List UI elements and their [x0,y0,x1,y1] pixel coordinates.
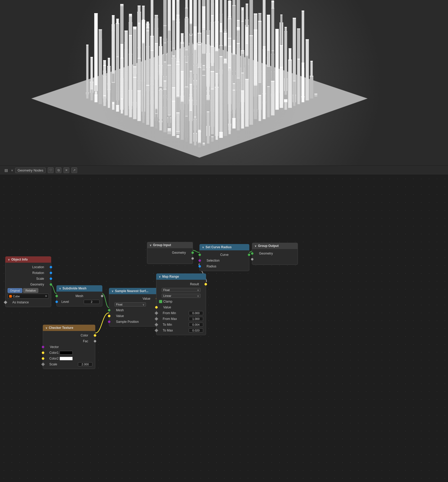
node-row-value-in: Value [109,313,157,319]
socket-radius-scr[interactable] [198,265,201,268]
label-color-out: Color [46,334,92,337]
pin-btn[interactable]: ↗ [71,167,77,173]
node-row-color-out: Color [43,333,95,338]
socket-curve-out[interactable] [248,253,250,256]
collapse-arrow-maprange[interactable]: ∨ [159,275,161,278]
input-to-max[interactable] [189,328,203,333]
label-from-min: From Min [159,311,176,315]
node-set-curve-radius[interactable]: ∨ Set Curve Radius Curve Selection Radiu… [199,244,249,271]
socket-scale-checker[interactable] [41,362,45,366]
input-from-min[interactable] [189,311,203,315]
node-row-selection-scr: Selection [200,258,249,263]
node-row-float-mr: Float ∨ [156,287,206,293]
node-row-mesh-out: Mesh [57,293,102,299]
socket-level[interactable] [55,300,58,303]
input-to-min[interactable] [189,323,203,327]
btn-relative[interactable]: Relative [23,288,38,293]
socket-extra-in[interactable] [191,257,194,260]
socket-mesh-out[interactable] [101,295,103,297]
input-level[interactable] [84,300,99,304]
dropdown-float-mr[interactable]: Float ∨ [162,288,201,292]
collapse-arrow-groupin[interactable]: ∨ [150,244,151,247]
3d-viewport[interactable] [0,0,448,165]
workspace-dropdown[interactable]: Geometry Nodes [15,168,46,173]
dropdown-float[interactable]: Float ∨ [114,302,146,307]
socket-sample-pos[interactable] [108,320,110,323]
socket-result-out[interactable] [204,283,207,286]
label-scale-checker: Scale [46,362,57,366]
obj-clear-btn[interactable]: ✕ [45,294,47,298]
node-row-clamp: Clamp [156,299,206,304]
close-btn[interactable]: ✕ [64,167,69,173]
node-row-float-dropdown: Float ∨ [109,302,157,307]
collapse-arrow[interactable]: ∨ [8,258,10,261]
socket-extra-go[interactable] [251,258,254,261]
socket-location[interactable] [50,266,52,268]
node-set-curve-radius-header[interactable]: ∨ Set Curve Radius [199,244,249,250]
collapse-arrow-subdivide[interactable]: ∨ [59,287,61,290]
swatch-color2[interactable] [60,357,73,360]
node-subdivide-mesh[interactable]: ∨ Subdivide Mesh Mesh Level [56,285,102,307]
socket-color2-in[interactable] [42,357,44,360]
socket-curve-in[interactable] [198,253,201,256]
mode-icon[interactable]: ▤ [3,167,9,173]
node-map-range[interactable]: ∨ Map Range Result Float ∨ Linear ∨ [156,273,206,335]
node-map-range-title: Map Range [162,275,179,278]
node-group-output-body: Geometry [252,249,298,265]
node-group-output-header[interactable]: ∨ Group Output [252,243,298,249]
socket-to-max[interactable] [155,329,158,332]
node-row-geometry-in: Geometry [147,250,193,256]
collapse-arrow-setcurve[interactable]: ∨ [202,246,204,249]
socket-geometry-in-out[interactable] [191,251,194,254]
node-subdivide-header[interactable]: ∨ Subdivide Mesh [56,285,102,292]
node-row-to-max: To Max [156,328,206,333]
socket-geometry-out[interactable] [50,283,52,286]
collapse-arrow-groupout[interactable]: ∨ [255,245,256,247]
input-from-max[interactable] [189,317,203,321]
node-sample-title: Sample Nearest Surf... [115,289,148,293]
socket-as-instance[interactable] [4,300,7,304]
node-object-info[interactable]: ∨ Object Info Location Rotation Scale Ge… [5,256,51,307]
socket-geometry-go[interactable] [251,252,254,255]
node-set-curve-radius-title: Set Curve Radius [205,245,231,249]
node-group-output[interactable]: ∨ Group Output Geometry [252,243,298,265]
socket-mesh-in[interactable] [55,295,58,297]
checkbox-clamp[interactable] [159,300,162,303]
obj-selector[interactable]: Cube ✕ [8,294,49,299]
label-color2: Color2 [46,357,59,360]
node-sample-header[interactable]: ∨ Sample Nearest Surf... [109,288,157,294]
socket-rotation[interactable] [50,272,52,274]
label-vector-in: Vector [46,345,92,349]
socket-value-in-sample[interactable] [108,315,110,317]
socket-value-mr[interactable] [155,306,158,309]
node-row-mesh-in: Mesh [109,307,157,313]
node-object-info-header[interactable]: ∨ Object Info [5,256,51,263]
socket-mesh-in-sample[interactable] [108,309,110,312]
node-group-input[interactable]: ∨ Group Input Geometry [147,242,193,264]
swatch-color1[interactable] [60,351,73,355]
socket-color1-in[interactable] [42,351,44,354]
node-map-range-header[interactable]: ∨ Map Range [156,273,206,280]
socket-scale[interactable] [50,277,52,280]
copy-btn[interactable]: ⧉ [56,167,61,173]
mode-dropdown-arrow[interactable]: ∨ [11,169,13,172]
node-editor[interactable]: ∨ Object Info Location Rotation Scale Ge… [0,175,448,482]
collapse-arrow-sample[interactable]: ∨ [112,290,113,293]
socket-color-out[interactable] [94,334,96,337]
node-row-scale: Scale [6,276,51,282]
btn-original[interactable]: Original [8,288,22,293]
label-level: Level [59,300,69,304]
node-checker-header[interactable]: ∨ Checker Texture [43,325,95,331]
socket-vector-in[interactable] [42,346,44,348]
node-group-input-header[interactable]: ∨ Group Input [147,242,193,248]
node-sample-nearest[interactable]: ∨ Sample Nearest Surf... Value Float ∨ M… [109,288,157,326]
dropdown-linear[interactable]: Linear ∨ [162,294,201,298]
socket-selection-scr[interactable] [198,259,201,262]
socket-fac-out[interactable] [94,340,96,343]
node-checker-texture[interactable]: ∨ Checker Texture Color Fac Vector Color… [43,325,95,369]
heart-btn[interactable]: ♡ [48,167,54,173]
collapse-arrow-checker[interactable]: ∨ [45,326,47,329]
node-row-value-out: Value [109,296,157,302]
input-scale-checker[interactable] [78,362,92,366]
label-to-max: To Max [159,329,173,332]
